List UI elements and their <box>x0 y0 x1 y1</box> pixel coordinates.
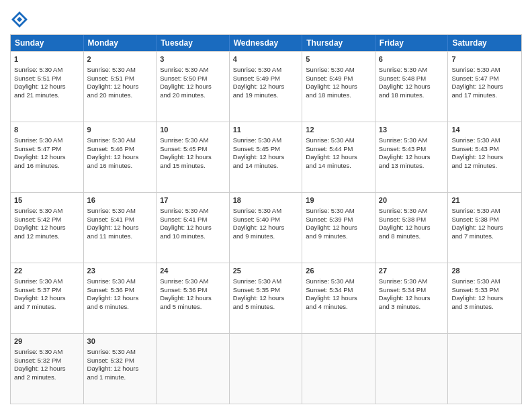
day-number: 16 <box>87 195 153 205</box>
day-info-line: Daylight: 12 hours <box>379 83 431 90</box>
day-info-line: Daylight: 12 hours <box>160 153 212 161</box>
cal-week-3: 15Sunrise: 5:30 AMSunset: 5:42 PMDayligh… <box>11 192 521 263</box>
cal-day-5: 5Sunrise: 5:30 AMSunset: 5:49 PMDaylight… <box>302 52 375 122</box>
day-info-line: Sunrise: 5:30 AM <box>306 207 354 214</box>
cal-day-29: 29Sunrise: 5:30 AMSunset: 5:32 PMDayligh… <box>11 334 84 404</box>
day-info-line: Sunrise: 5:30 AM <box>233 277 281 285</box>
day-info-line: Sunset: 5:36 PM <box>160 286 207 293</box>
day-number: 20 <box>379 195 445 205</box>
day-info-line: Sunrise: 5:30 AM <box>451 277 500 285</box>
day-info-line: Sunset: 5:41 PM <box>87 216 134 223</box>
day-info-line: Sunset: 5:34 PM <box>306 286 353 293</box>
cal-day-30: 30Sunrise: 5:30 AMSunset: 5:32 PMDayligh… <box>84 334 157 404</box>
day-info-line: and 20 minutes. <box>87 91 133 99</box>
day-info-line: and 14 minutes. <box>306 162 351 169</box>
header-cell-tuesday: Tuesday <box>157 35 230 51</box>
cal-day-18: 18Sunrise: 5:30 AMSunset: 5:40 PMDayligh… <box>230 193 303 263</box>
day-info-line: Sunrise: 5:30 AM <box>160 136 208 144</box>
cal-day-10: 10Sunrise: 5:30 AMSunset: 5:45 PMDayligh… <box>157 122 230 192</box>
day-info-line: Daylight: 12 hours <box>87 365 139 372</box>
day-info-line: Sunrise: 5:30 AM <box>87 136 136 144</box>
cal-day-13: 13Sunrise: 5:30 AMSunset: 5:43 PMDayligh… <box>375 122 449 192</box>
day-number: 10 <box>160 125 226 135</box>
day-info-line: Sunset: 5:45 PM <box>160 145 207 152</box>
cal-day-28: 28Sunrise: 5:30 AMSunset: 5:33 PMDayligh… <box>448 263 521 333</box>
day-number: 25 <box>233 266 299 276</box>
day-info-line: Sunset: 5:45 PM <box>233 145 280 152</box>
day-number: 27 <box>379 266 445 276</box>
day-info-line: Sunset: 5:49 PM <box>306 75 353 82</box>
day-info-line: and 18 minutes. <box>306 91 351 99</box>
day-number: 12 <box>306 125 371 135</box>
day-info-line: and 11 minutes. <box>87 232 133 240</box>
day-info-line: and 19 minutes. <box>233 91 279 99</box>
day-info-line: Daylight: 12 hours <box>233 153 285 161</box>
day-info-line: Sunset: 5:34 PM <box>379 286 426 293</box>
day-number: 22 <box>14 266 80 276</box>
day-info-line: Daylight: 12 hours <box>306 153 357 161</box>
day-info-line: and 5 minutes. <box>233 303 275 310</box>
logo <box>10 10 32 29</box>
cal-day-21: 21Sunrise: 5:30 AMSunset: 5:38 PMDayligh… <box>448 193 521 263</box>
cal-day-15: 15Sunrise: 5:30 AMSunset: 5:42 PMDayligh… <box>11 193 84 263</box>
day-info-line: Daylight: 12 hours <box>379 224 431 231</box>
day-info-line: Sunrise: 5:30 AM <box>451 207 500 214</box>
cal-day-1: 1Sunrise: 5:30 AMSunset: 5:51 PMDaylight… <box>11 52 84 122</box>
day-info-line: Sunset: 5:51 PM <box>14 75 61 82</box>
header-cell-thursday: Thursday <box>302 35 375 51</box>
day-info-line: Sunrise: 5:30 AM <box>14 136 62 144</box>
day-number: 28 <box>451 266 518 276</box>
day-info-line: and 9 minutes. <box>306 232 347 240</box>
day-info-line: Daylight: 12 hours <box>160 83 212 90</box>
calendar: SundayMondayTuesdayWednesdayThursdayFrid… <box>10 34 522 404</box>
day-info-line: Daylight: 12 hours <box>233 294 285 302</box>
day-info-line: Sunset: 5:46 PM <box>87 145 134 152</box>
day-info-line: Sunset: 5:36 PM <box>87 286 134 293</box>
day-info-line: Sunset: 5:42 PM <box>14 216 61 223</box>
day-info-line: Daylight: 12 hours <box>87 224 139 231</box>
day-info-line: Daylight: 12 hours <box>160 294 212 302</box>
header-cell-friday: Friday <box>375 35 449 51</box>
day-info-line: Sunset: 5:47 PM <box>14 145 61 152</box>
day-info-line: Sunrise: 5:30 AM <box>87 207 136 214</box>
day-info-line: and 17 minutes. <box>451 91 497 99</box>
day-info-line: Sunset: 5:47 PM <box>451 75 498 82</box>
cal-week-2: 8Sunrise: 5:30 AMSunset: 5:47 PMDaylight… <box>11 122 521 192</box>
day-info-line: Sunset: 5:35 PM <box>233 286 280 293</box>
cal-empty-4-3 <box>230 334 303 404</box>
day-info-line: Daylight: 12 hours <box>451 224 503 231</box>
day-info-line: Daylight: 12 hours <box>14 294 66 302</box>
cal-day-16: 16Sunrise: 5:30 AMSunset: 5:41 PMDayligh… <box>84 193 157 263</box>
day-number: 5 <box>306 54 371 64</box>
day-info-line: and 3 minutes. <box>379 303 420 310</box>
day-info-line: Daylight: 12 hours <box>14 83 66 90</box>
day-info-line: Daylight: 12 hours <box>451 153 503 161</box>
day-number: 17 <box>160 195 226 205</box>
day-info-line: Daylight: 12 hours <box>160 224 212 231</box>
day-info-line: Sunrise: 5:30 AM <box>233 66 281 73</box>
day-number: 8 <box>14 125 80 135</box>
day-info-line: and 21 minutes. <box>14 91 60 99</box>
day-number: 1 <box>14 54 80 64</box>
day-info-line: and 5 minutes. <box>160 303 202 310</box>
cal-day-20: 20Sunrise: 5:30 AMSunset: 5:38 PMDayligh… <box>375 193 449 263</box>
day-info-line: and 8 minutes. <box>379 232 420 240</box>
cal-day-19: 19Sunrise: 5:30 AMSunset: 5:39 PMDayligh… <box>302 193 375 263</box>
cal-day-27: 27Sunrise: 5:30 AMSunset: 5:34 PMDayligh… <box>375 263 449 333</box>
day-info-line: Sunset: 5:37 PM <box>14 286 61 293</box>
day-number: 9 <box>87 125 153 135</box>
day-info-line: Sunrise: 5:30 AM <box>87 277 136 285</box>
day-info-line: Sunset: 5:51 PM <box>87 75 134 82</box>
cal-day-11: 11Sunrise: 5:30 AMSunset: 5:45 PMDayligh… <box>230 122 303 192</box>
day-info-line: Sunrise: 5:30 AM <box>87 66 136 73</box>
day-info-line: Sunrise: 5:30 AM <box>451 136 500 144</box>
day-number: 29 <box>14 336 80 347</box>
cal-day-17: 17Sunrise: 5:30 AMSunset: 5:41 PMDayligh… <box>157 193 230 263</box>
logo-icon <box>10 10 29 29</box>
day-info-line: and 2 minutes. <box>14 373 56 381</box>
day-number: 21 <box>451 195 518 205</box>
header-cell-saturday: Saturday <box>448 35 521 51</box>
day-number: 7 <box>451 54 518 64</box>
day-info-line: and 7 minutes. <box>451 232 493 240</box>
day-info-line: Daylight: 12 hours <box>306 83 357 90</box>
